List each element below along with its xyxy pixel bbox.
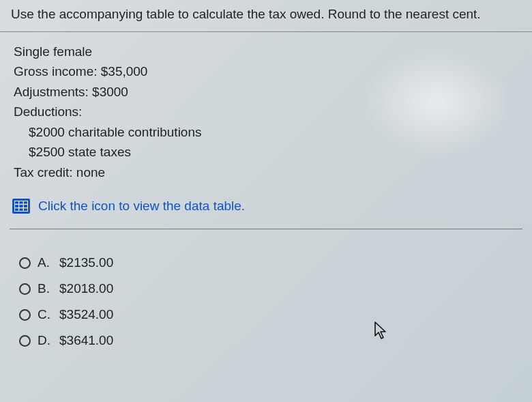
svg-rect-0	[14, 201, 28, 212]
answer-value: $3641.00	[59, 333, 113, 348]
gross-income: Gross income: $35,000	[14, 61, 521, 81]
deduction-state-taxes: $2500 state taxes	[14, 142, 521, 162]
radio-icon[interactable]	[19, 283, 31, 295]
answer-list: A. $2135.00 B. $2018.00 C. $3524.00 D. $…	[0, 229, 532, 366]
answer-letter: C.	[38, 307, 53, 322]
answer-value: $2018.00	[59, 281, 113, 296]
answer-option-b[interactable]: B. $2018.00	[19, 281, 521, 296]
answer-option-a[interactable]: A. $2135.00	[19, 255, 521, 270]
filing-status: Single female	[14, 42, 521, 61]
deductions-label: Deductions:	[14, 102, 521, 121]
answer-letter: A.	[38, 255, 53, 270]
data-table-link-row: Click the icon to view the data table.	[0, 189, 532, 229]
table-icon[interactable]	[12, 199, 30, 214]
view-data-table-link[interactable]: Click the icon to view the data table.	[38, 199, 245, 214]
radio-icon[interactable]	[19, 257, 31, 269]
radio-icon[interactable]	[19, 335, 31, 347]
answer-value: $3524.00	[59, 307, 113, 322]
answer-option-c[interactable]: C. $3524.00	[19, 307, 521, 322]
question-prompt: Use the accompanying table to calculate …	[0, 0, 532, 32]
answer-option-d[interactable]: D. $3641.00	[19, 333, 521, 348]
problem-body: Single female Gross income: $35,000 Adju…	[0, 32, 532, 189]
answer-letter: B.	[38, 281, 53, 296]
radio-icon[interactable]	[19, 309, 31, 321]
answer-value: $2135.00	[59, 255, 113, 270]
tax-credit: Tax credit: none	[14, 162, 521, 182]
answer-letter: D.	[38, 333, 53, 348]
adjustments: Adjustments: $3000	[14, 82, 521, 102]
deduction-charitable: $2000 charitable contributions	[14, 122, 521, 142]
